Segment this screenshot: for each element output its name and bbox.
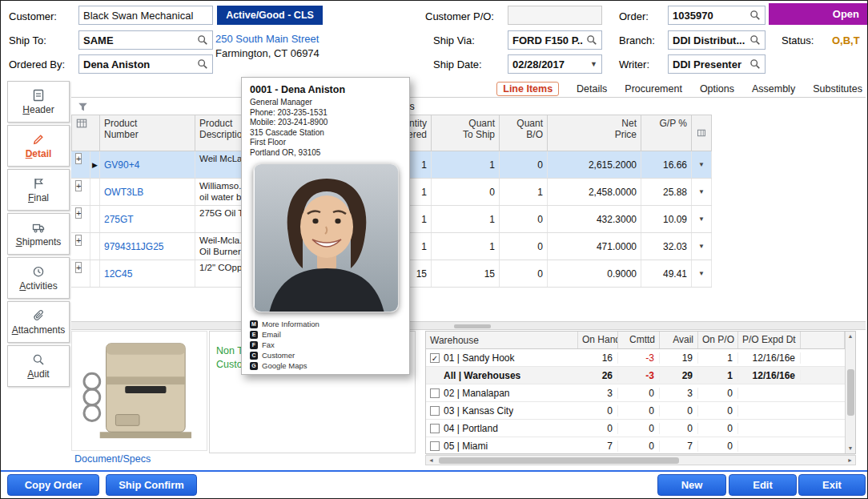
scroll-right-icon[interactable]: ► (847, 457, 853, 465)
qty-to-ship-cell[interactable]: 0 (432, 179, 500, 205)
tab-details[interactable]: Details (577, 83, 607, 95)
warehouse-row[interactable]: 02 | Manalapan 3 0 3 0 (426, 384, 855, 402)
search-icon[interactable] (749, 58, 761, 70)
col-header-qty-bo[interactable]: QuantB/O (500, 115, 548, 151)
row-actions-cell[interactable]: ▼ (692, 151, 712, 178)
tab-options[interactable]: Options (700, 83, 734, 95)
search-icon[interactable] (197, 34, 208, 46)
product-number-link[interactable]: 275GT (104, 214, 134, 225)
gp-percent-cell[interactable]: 32.03 (641, 233, 692, 260)
product-number-cell[interactable]: 12C45 (100, 260, 195, 287)
sidebar-item-attachments[interactable]: Attachments (7, 301, 70, 343)
search-icon[interactable] (197, 58, 208, 70)
product-number-cell[interactable]: OWT3LB (100, 179, 195, 205)
qty-to-ship-cell[interactable]: 1 (432, 151, 500, 178)
row-dropdown-icon[interactable]: ▼ (698, 215, 705, 223)
expand-plus-icon[interactable]: + (75, 153, 82, 164)
splitter-grip[interactable] (454, 324, 491, 328)
qty-to-ship-cell[interactable]: 1 (432, 206, 500, 232)
product-number-link[interactable]: GV90+4 (104, 159, 139, 171)
col-header-on-po[interactable]: On P/O (698, 332, 738, 348)
scrollbar-thumb[interactable] (847, 369, 854, 416)
net-price-cell[interactable]: 432.3000 (548, 206, 641, 232)
scrollbar-thumb[interactable] (439, 457, 679, 464)
warehouse-checkbox[interactable] (430, 406, 440, 416)
panel-splitter[interactable] (71, 321, 866, 330)
tab-line-items[interactable]: Line Items (496, 82, 559, 96)
contact-action-email[interactable]: E Email (250, 330, 401, 339)
ship-via-input[interactable]: FORD F150 P... (508, 30, 602, 50)
grid-corner-cell[interactable] (71, 115, 100, 151)
warehouse-row[interactable]: 04 | Portland 0 0 0 0 (426, 420, 855, 437)
tab-substitutes[interactable]: Substitutes (813, 83, 862, 95)
expand-plus-icon[interactable]: + (75, 180, 82, 191)
col-header-net-price[interactable]: NetPrice (548, 115, 641, 151)
tab-assembly[interactable]: Assembly (752, 83, 795, 95)
col-header-warehouse[interactable]: Warehouse (426, 332, 578, 348)
product-number-cell[interactable]: 9794311JG25 (100, 233, 195, 260)
horizontal-scrollbar[interactable]: ◄ ► (425, 455, 856, 465)
ship-confirm-button[interactable]: Ship Confirm (106, 474, 197, 496)
qty-bo-cell[interactable]: 1 (500, 179, 548, 205)
row-dropdown-icon[interactable]: ▼ (698, 270, 705, 277)
exit-button[interactable]: Exit (798, 474, 866, 496)
col-header-po-expd-dt[interactable]: P/O Expd Dt (738, 332, 801, 348)
col-header-on-hand[interactable]: On Hand (578, 332, 618, 348)
tab-procurement[interactable]: Procurement (625, 83, 682, 95)
sidebar-item-final[interactable]: Final (7, 169, 70, 211)
scroll-down-icon[interactable]: ▼ (848, 445, 854, 453)
product-number-link[interactable]: OWT3LB (104, 187, 143, 198)
qty-bo-cell[interactable]: 0 (500, 233, 548, 260)
product-number-cell[interactable]: GV90+4 (100, 151, 195, 178)
row-actions-cell[interactable]: ▼ (692, 260, 712, 287)
gp-percent-cell[interactable]: 25.88 (641, 179, 692, 205)
ship-to-input[interactable]: SAME (78, 30, 213, 50)
customer-po-input[interactable] (508, 6, 602, 25)
expand-plus-icon[interactable]: + (75, 235, 82, 246)
open-status-button[interactable]: Open (769, 3, 868, 25)
scroll-left-icon[interactable]: ◄ (428, 457, 434, 465)
contact-action-google-maps[interactable]: G Google Maps (250, 361, 401, 370)
ship-address-link[interactable]: 250 South Main Street (215, 33, 319, 45)
gp-percent-cell[interactable]: 16.66 (641, 151, 692, 178)
search-icon[interactable] (749, 34, 761, 46)
row-expand-cell[interactable]: + (71, 260, 90, 287)
qty-bo-cell[interactable]: 0 (500, 206, 548, 232)
row-expand-cell[interactable]: + (71, 179, 90, 205)
vertical-scrollbar[interactable]: ▲ ▼ (845, 332, 855, 453)
warehouse-row[interactable]: ✓01 | Sandy Hook 16 -3 19 1 12/16/16e (426, 349, 855, 367)
order-input[interactable]: 1035970 (668, 6, 766, 25)
row-dropdown-icon[interactable]: ▼ (698, 161, 705, 168)
search-icon[interactable] (586, 34, 597, 46)
row-expand-cell[interactable]: + (71, 233, 90, 260)
row-actions-cell[interactable]: ▼ (692, 179, 712, 205)
document-specs-link[interactable]: Document/Specs (74, 453, 151, 465)
edit-button[interactable]: Edit (729, 474, 797, 496)
row-expand-cell[interactable]: + (71, 151, 90, 178)
ship-date-input[interactable]: 02/28/2017 ▼ (508, 54, 602, 74)
qty-to-ship-cell[interactable]: 15 (432, 260, 500, 287)
warehouse-checkbox[interactable] (430, 424, 440, 433)
product-number-link[interactable]: 9794311JG25 (104, 241, 164, 252)
warehouse-checkbox[interactable] (430, 441, 440, 451)
col-header-cmttd[interactable]: Cmttd (618, 332, 660, 348)
row-actions-cell[interactable]: ▼ (692, 206, 712, 232)
sidebar-item-header[interactable]: Header (7, 81, 70, 123)
scroll-up-icon[interactable]: ▲ (848, 332, 854, 340)
sidebar-item-shipments[interactable]: Shipments (7, 213, 70, 255)
sidebar-item-activities[interactable]: Activities (7, 257, 70, 299)
warehouse-checkbox[interactable]: ✓ (430, 353, 440, 363)
net-price-cell[interactable]: 2,458.0000 (548, 179, 641, 205)
qty-bo-cell[interactable]: 0 (500, 260, 548, 287)
row-actions-cell[interactable]: ▼ (692, 233, 712, 260)
branch-input[interactable]: DDI Distribut... (668, 30, 766, 50)
net-price-cell[interactable]: 2,615.2000 (548, 151, 641, 178)
contact-action-more-info[interactable]: M More Information (250, 320, 401, 328)
new-button[interactable]: New (657, 474, 726, 496)
sidebar-item-audit[interactable]: Audit (7, 345, 70, 387)
qty-to-ship-cell[interactable]: 1 (432, 233, 500, 260)
contact-action-fax[interactable]: F Fax (250, 340, 401, 349)
sidebar-item-detail[interactable]: Detail (7, 125, 70, 167)
customer-status-badge[interactable]: Active/Good - CLS (217, 6, 323, 25)
warehouse-row[interactable]: 03 | Kansas City 0 0 0 0 (426, 402, 855, 420)
